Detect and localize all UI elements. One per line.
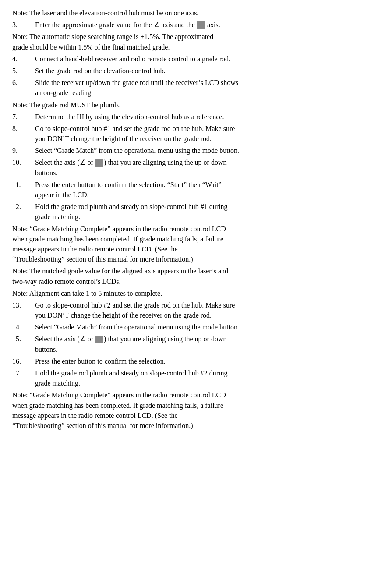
item-17-line2: grade matching. [35, 378, 380, 388]
item-9-body: Select “Grade Match” from the operationa… [35, 145, 380, 156]
note-4: Note: “Grade Matching Complete” appears … [12, 224, 380, 265]
item-6-num: 6. [12, 78, 35, 98]
item-17-line1: Hold the grade rod plumb and steady on s… [35, 368, 380, 378]
item-9-num: 9. [12, 145, 35, 156]
item-11-num: 11. [12, 180, 35, 200]
item-14-num: 14. [12, 322, 35, 332]
item-6: 6. Slide the receiver up/down the grade … [12, 78, 380, 98]
item-11-line1: Press the enter button to confirm the se… [35, 180, 380, 190]
item-12-line1: Hold the grade rod plumb and steady on s… [35, 202, 380, 212]
item-10-text-a: Select the axis ( [35, 159, 80, 166]
item-8-body: Go to slope-control hub #1 and set the g… [35, 124, 380, 144]
item-8-num: 8. [12, 124, 35, 144]
item-3-body: Enter the approximate grade value for th… [35, 20, 380, 30]
note-2: Note: The automatic slope searching rang… [12, 32, 380, 52]
page-content: Note: The laser and the elevation-contro… [12, 8, 380, 431]
item-15-text-c: ) that you are aligning using the up or … [104, 335, 226, 343]
item-10-num: 10. [12, 157, 35, 177]
note-1-text: Note: The laser and the elevation-contro… [12, 9, 198, 17]
item-12: 12. Hold the grade rod plumb and steady … [12, 202, 380, 222]
item-15-text-b: or [86, 335, 95, 343]
note-5-line1: Note: The matched grade value for the al… [12, 266, 380, 276]
note-7-line4: “Troubleshooting” section of this manual… [12, 421, 380, 431]
item-5-body: Set the grade rod on the elevation-contr… [35, 66, 380, 76]
item-15-angle1: ∠ [80, 335, 86, 343]
item-15-line1: Select the axis (∠ or ) that you are ali… [35, 334, 380, 344]
note-7-line3: message appears in the radio remote cont… [12, 410, 380, 421]
item-13: 13. Go to slope-control hub #2 and set t… [12, 300, 380, 320]
item-15-line2: buttons. [35, 344, 380, 354]
item-15: 15. Select the axis (∠ or ) that you are… [12, 334, 380, 354]
item-12-body: Hold the grade rod plumb and steady on s… [35, 202, 380, 222]
item-7-body: Determine the HI by using the elevation-… [35, 112, 380, 122]
item-3-angle1: ∠ [154, 21, 160, 28]
item-11: 11. Press the enter button to confirm th… [12, 180, 380, 200]
item-6-body: Slide the receiver up/down the grade rod… [35, 78, 380, 98]
item-12-num: 12. [12, 202, 35, 222]
item-15-num: 15. [12, 334, 35, 354]
item-11-line2: appear in the LCD. [35, 190, 380, 200]
item-16: 16. Press the enter button to confirm th… [12, 356, 380, 366]
item-3-text-a: Enter the approximate grade value for th… [35, 21, 154, 28]
item-4: 4. Connect a hand-held receiver and radi… [12, 54, 380, 64]
item-8-line1: Go to slope-control hub #1 and set the g… [35, 124, 380, 134]
note-7: Note: “Grade Matching Complete” appears … [12, 390, 380, 431]
item-16-num: 16. [12, 356, 35, 366]
note-3-text: Note: The grade rod MUST be plumb. [12, 101, 120, 109]
item-10-text-b: or [86, 159, 95, 166]
item-16-body: Press the enter button to confirm the se… [35, 356, 380, 366]
item-3-text-b: axis and the [160, 21, 197, 28]
item-5: 5. Set the grade rod on the elevation-co… [12, 66, 380, 76]
item-14: 14. Select “Grade Match” from the operat… [12, 322, 380, 332]
note-2-line2: grade should be within 1.5% of the final… [12, 42, 380, 52]
note-1: Note: The laser and the elevation-contro… [12, 8, 380, 18]
z-axis-icon [197, 21, 205, 29]
item-4-num: 4. [12, 54, 35, 64]
note-6-text: Note: Alignment can take 1 to 5 minutes … [12, 290, 162, 297]
note-5: Note: The matched grade value for the al… [12, 266, 380, 286]
item-10-body: Select the axis (∠ or ) that you are ali… [35, 157, 380, 177]
item-11-body: Press the enter button to confirm the se… [35, 180, 380, 200]
item-9: 9. Select “Grade Match” from the operati… [12, 145, 380, 156]
item-10: 10. Select the axis (∠ or ) that you are… [12, 157, 380, 177]
item-3-num: 3. [12, 20, 35, 30]
item-12-line2: grade matching. [35, 212, 380, 222]
item-10-text-c: ) that you are aligning using the up or … [104, 159, 226, 166]
item-10-line1: Select the axis (∠ or ) that you are ali… [35, 157, 380, 167]
item-17-body: Hold the grade rod plumb and steady on s… [35, 368, 380, 388]
note-2-line1: Note: The automatic slope searching rang… [12, 32, 380, 42]
note-4-line3: message appears in the radio remote cont… [12, 244, 380, 254]
note-7-line1: Note: “Grade Matching Complete” appears … [12, 390, 380, 400]
note-6: Note: Alignment can take 1 to 5 minutes … [12, 288, 380, 298]
item-3: 3. Enter the approximate grade value for… [12, 20, 380, 30]
item-13-line1: Go to slope-control hub #2 and set the g… [35, 300, 380, 310]
note-4-line4: “Troubleshooting” section of this manual… [12, 254, 380, 264]
item-13-body: Go to slope-control hub #2 and set the g… [35, 300, 380, 320]
item-13-line2: you DON’T change the height of the recei… [35, 310, 380, 320]
note-5-line2: two-way radio remote control’s LCDs. [12, 276, 380, 286]
item-8-line2: you DON’T change the height of the recei… [35, 134, 380, 144]
item-5-num: 5. [12, 66, 35, 76]
item-7-num: 7. [12, 112, 35, 122]
item-7: 7. Determine the HI by using the elevati… [12, 112, 380, 122]
item-17: 17. Hold the grade rod plumb and steady … [12, 368, 380, 388]
item-13-num: 13. [12, 300, 35, 320]
item-6-line1: Slide the receiver up/down the grade rod… [35, 78, 380, 88]
note-4-line1: Note: “Grade Matching Complete” appears … [12, 224, 380, 234]
note-4-line2: when grade matching has been completed. … [12, 234, 380, 244]
item-14-body: Select “Grade Match” from the operationa… [35, 322, 380, 332]
z-axis-icon-2 [95, 159, 103, 167]
item-15-body: Select the axis (∠ or ) that you are ali… [35, 334, 380, 354]
item-4-body: Connect a hand-held receiver and radio r… [35, 54, 380, 64]
item-10-angle1: ∠ [80, 159, 86, 166]
note-3: Note: The grade rod MUST be plumb. [12, 100, 380, 110]
item-3-text-c: axis. [205, 21, 220, 28]
note-7-line2: when grade matching has been completed. … [12, 400, 380, 410]
item-8: 8. Go to slope-control hub #1 and set th… [12, 124, 380, 144]
item-17-num: 17. [12, 368, 35, 388]
item-15-text-a: Select the axis ( [35, 335, 80, 343]
z-axis-icon-3 [95, 336, 103, 343]
item-6-line2: an on-grade reading. [35, 88, 380, 98]
item-10-line2: buttons. [35, 168, 380, 178]
